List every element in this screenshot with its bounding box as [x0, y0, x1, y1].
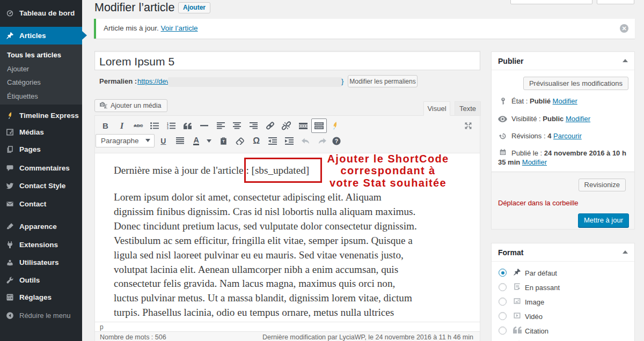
svg-text:T: T	[222, 139, 225, 144]
svg-text:?: ?	[335, 137, 338, 144]
svg-text:3: 3	[167, 127, 169, 129]
